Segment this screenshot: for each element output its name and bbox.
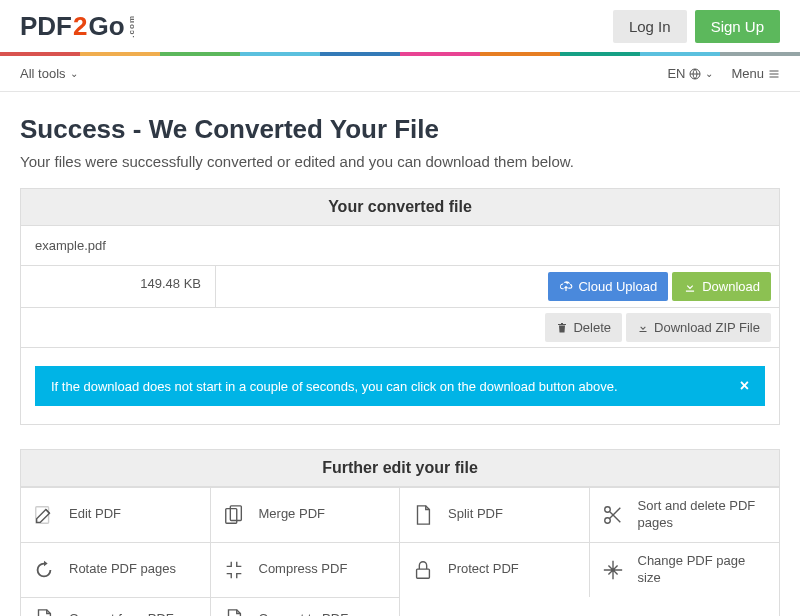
tool-convert-from-pdf[interactable]: Convert from PDF xyxy=(21,597,211,616)
tool-label: Merge PDF xyxy=(259,506,325,523)
download-button[interactable]: Download xyxy=(672,272,771,301)
trash-icon xyxy=(556,322,568,334)
rotate-icon xyxy=(33,559,55,581)
compress-icon xyxy=(223,559,245,581)
svg-rect-12 xyxy=(417,569,430,578)
file-info-row: 149.48 KB Cloud Upload Download xyxy=(21,266,779,308)
tool-label: Change PDF page size xyxy=(638,553,768,587)
tool-label: Convert from PDF xyxy=(69,611,174,616)
all-tools-label: All tools xyxy=(20,66,66,81)
cloud-upload-icon xyxy=(559,280,573,294)
split-icon xyxy=(412,504,434,526)
tool-merge-pdf[interactable]: Merge PDF xyxy=(211,487,401,542)
language-dropdown[interactable]: EN ⌄ xyxy=(667,66,713,81)
tool-label: Protect PDF xyxy=(448,561,519,578)
convert-from-icon xyxy=(33,608,55,616)
alert-close-button[interactable]: × xyxy=(740,377,749,395)
delete-button[interactable]: Delete xyxy=(545,313,622,342)
sub-nav: All tools ⌄ EN ⌄ Menu xyxy=(0,56,800,92)
merge-icon xyxy=(223,504,245,526)
cloud-upload-label: Cloud Upload xyxy=(578,279,657,294)
hamburger-icon xyxy=(768,68,780,80)
signup-button[interactable]: Sign Up xyxy=(695,10,780,43)
logo-go: Go xyxy=(88,11,124,42)
download-icon xyxy=(637,322,649,334)
menu-dropdown[interactable]: Menu xyxy=(731,66,780,81)
header-buttons: Log In Sign Up xyxy=(613,10,780,43)
tool-sort-delete-pdf[interactable]: Sort and delete PDF pages xyxy=(590,487,780,542)
globe-icon xyxy=(689,68,701,80)
file-primary-actions: Cloud Upload Download xyxy=(216,266,779,307)
svg-point-9 xyxy=(604,518,610,524)
tool-label: Split PDF xyxy=(448,506,503,523)
tool-label: Compress PDF xyxy=(259,561,348,578)
download-alert: If the download does not start in a coup… xyxy=(35,366,765,406)
alert-container: If the download does not start in a coup… xyxy=(21,348,779,424)
file-name-row: example.pdf xyxy=(21,226,779,266)
lock-icon xyxy=(412,559,434,581)
converted-panel-header: Your converted file xyxy=(21,189,779,226)
logo-com: .com xyxy=(127,15,136,38)
download-zip-label: Download ZIP File xyxy=(654,320,760,335)
alert-text: If the download does not start in a coup… xyxy=(51,379,618,394)
tool-compress-pdf[interactable]: Compress PDF xyxy=(211,542,401,597)
page-subtitle: Your files were successfully converted o… xyxy=(20,153,780,170)
menu-label: Menu xyxy=(731,66,764,81)
cloud-upload-button[interactable]: Cloud Upload xyxy=(548,272,668,301)
tool-label: Edit PDF xyxy=(69,506,121,523)
convert-to-icon xyxy=(223,608,245,616)
download-icon xyxy=(683,280,697,294)
tools-section: Further edit your file Edit PDF Merge PD… xyxy=(20,449,780,616)
logo[interactable]: PDF 2 Go .com xyxy=(20,11,136,42)
tool-protect-pdf[interactable]: Protect PDF xyxy=(400,542,590,597)
edit-icon xyxy=(33,504,55,526)
download-zip-button[interactable]: Download ZIP File xyxy=(626,313,771,342)
tool-label: Sort and delete PDF pages xyxy=(638,498,768,532)
tool-resize-pdf[interactable]: Change PDF page size xyxy=(590,542,780,597)
header: PDF 2 Go .com Log In Sign Up xyxy=(0,0,800,52)
download-label: Download xyxy=(702,279,760,294)
main: Success - We Converted Your File Your fi… xyxy=(0,92,800,435)
language-label: EN xyxy=(667,66,685,81)
file-secondary-actions: Delete Download ZIP File xyxy=(21,308,779,348)
file-size: 149.48 KB xyxy=(21,266,216,307)
tool-rotate-pdf[interactable]: Rotate PDF pages xyxy=(21,542,211,597)
chevron-down-icon: ⌄ xyxy=(70,68,78,79)
tool-convert-to-pdf[interactable]: Convert to PDF xyxy=(211,597,401,616)
login-button[interactable]: Log In xyxy=(613,10,687,43)
tools-header: Further edit your file xyxy=(20,449,780,487)
converted-panel: Your converted file example.pdf 149.48 K… xyxy=(20,188,780,425)
tools-grid: Edit PDF Merge PDF Split PDF Sort and de… xyxy=(20,487,780,616)
chevron-down-icon: ⌄ xyxy=(705,68,713,79)
svg-point-8 xyxy=(604,507,610,513)
scissors-icon xyxy=(602,504,624,526)
resize-icon xyxy=(602,559,624,581)
logo-two: 2 xyxy=(73,11,87,42)
rainbow-divider xyxy=(0,52,800,56)
tool-label: Rotate PDF pages xyxy=(69,561,176,578)
all-tools-dropdown[interactable]: All tools ⌄ xyxy=(20,66,78,81)
tool-edit-pdf[interactable]: Edit PDF xyxy=(21,487,211,542)
tool-label: Convert to PDF xyxy=(259,611,349,616)
page-title: Success - We Converted Your File xyxy=(20,114,780,145)
logo-pdf: PDF xyxy=(20,11,72,42)
tool-split-pdf[interactable]: Split PDF xyxy=(400,487,590,542)
delete-label: Delete xyxy=(573,320,611,335)
